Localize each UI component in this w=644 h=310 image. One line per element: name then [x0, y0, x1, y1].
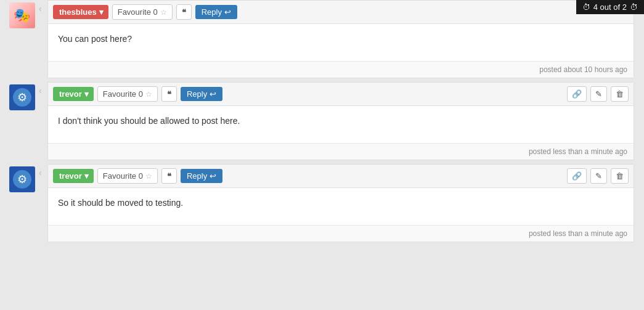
avatar-inner: ⚙ — [13, 170, 31, 189]
star-icon: ☆ — [160, 8, 167, 17]
nav-left[interactable]: ‹ — [39, 82, 47, 96]
post-content: You can post here? — [48, 24, 634, 61]
post-body: trevor ▾ Favourite 0 ☆ ❝ Reply ↩ — [47, 82, 634, 160]
favourite-label: Favourite 0 — [103, 89, 143, 99]
star-icon: ☆ — [145, 90, 152, 99]
reply-label: Reply — [187, 89, 207, 99]
dropdown-arrow-icon: ▾ — [99, 7, 104, 17]
post-avatar: ⚙ — [5, 82, 39, 110]
author-name: trevor — [59, 89, 82, 99]
link-button[interactable]: 🔗 — [567, 168, 587, 184]
avatar: ⚙ — [9, 84, 35, 110]
edit-icon: ✎ — [595, 171, 602, 181]
reply-arrow-icon: ↩ — [210, 89, 216, 99]
nav-left[interactable]: ‹ — [39, 164, 47, 177]
post-row: ⚙ ‹ trevor ▾ Favourite 0 ☆ ❝ — [5, 82, 639, 160]
quote-icon: ❝ — [182, 7, 186, 17]
delete-button[interactable]: 🗑 — [611, 86, 629, 102]
pagination-badge: ⏱ 4 out of 2 ⏱ — [576, 0, 644, 14]
favourite-button[interactable]: Favourite 0 ☆ — [97, 86, 158, 102]
quote-button[interactable]: ❝ — [176, 4, 192, 20]
avatar-inner: ⚙ — [13, 88, 31, 107]
post-footer: posted about 10 hours ago — [48, 61, 634, 78]
post-row: 🎭 ‹ thesblues ▾ Favourite 0 ☆ ❝ — [5, 0, 639, 78]
quote-button[interactable]: ❝ — [161, 86, 177, 102]
author-name: thesblues — [59, 7, 97, 17]
post-body: thesblues ▾ Favourite 0 ☆ ❝ Reply ↩ — [47, 0, 634, 78]
post-body: trevor ▾ Favourite 0 ☆ ❝ Reply ↩ — [47, 164, 634, 242]
reply-arrow-icon: ↩ — [210, 171, 216, 181]
post-text: You can post here? — [58, 34, 132, 44]
nav-left[interactable]: ‹ — [39, 0, 47, 14]
post-timestamp: posted less than a minute ago — [529, 229, 627, 238]
favourite-button[interactable]: Favourite 0 ☆ — [112, 4, 173, 20]
post-row: ⚙ ‹ trevor ▾ Favourite 0 ☆ ❝ — [5, 164, 639, 242]
author-button[interactable]: trevor ▾ — [53, 169, 94, 183]
avatar: ⚙ — [9, 166, 35, 192]
badge-text: 4 out of 2 — [593, 2, 627, 12]
delete-icon: 🗑 — [616, 171, 624, 181]
post-text: So it should be moved to testing. — [58, 198, 183, 208]
dropdown-arrow-icon: ▾ — [84, 171, 89, 181]
post-timestamp: posted about 10 hours ago — [539, 65, 627, 74]
link-icon: 🔗 — [572, 171, 582, 181]
badge-icon-right: ⏱ — [630, 2, 638, 12]
post-toolbar: thesblues ▾ Favourite 0 ☆ ❝ Reply ↩ — [48, 1, 634, 24]
quote-icon: ❝ — [167, 89, 171, 99]
post-footer: posted less than a minute ago — [48, 225, 634, 242]
posts-list: 🎭 ‹ thesblues ▾ Favourite 0 ☆ ❝ — [0, 0, 644, 242]
post-text: I don't think you should be allowed to p… — [58, 116, 240, 126]
post-avatar: ⚙ — [5, 164, 39, 192]
post-timestamp: posted less than a minute ago — [529, 147, 627, 156]
quote-icon: ❝ — [167, 171, 171, 181]
reply-label: Reply — [187, 171, 207, 181]
link-icon: 🔗 — [572, 89, 582, 99]
delete-button[interactable]: 🗑 — [611, 168, 629, 184]
post-footer: posted less than a minute ago — [48, 143, 634, 160]
post-content: I don't think you should be allowed to p… — [48, 106, 634, 143]
page-wrapper: ⏱ 4 out of 2 ⏱ 🎭 ‹ thesblues ▾ — [0, 0, 644, 310]
post-toolbar: trevor ▾ Favourite 0 ☆ ❝ Reply ↩ — [48, 165, 634, 188]
edit-button[interactable]: ✎ — [590, 168, 607, 184]
reply-label: Reply — [202, 7, 222, 17]
reply-button[interactable]: Reply ↩ — [181, 87, 222, 101]
author-button[interactable]: trevor ▾ — [53, 87, 94, 101]
reply-button[interactable]: Reply ↩ — [195, 5, 237, 19]
post-content: So it should be moved to testing. — [48, 188, 634, 225]
favourite-label: Favourite 0 — [118, 7, 158, 17]
favourite-label: Favourite 0 — [103, 171, 143, 181]
post-toolbar: trevor ▾ Favourite 0 ☆ ❝ Reply ↩ — [48, 83, 634, 106]
delete-icon: 🗑 — [616, 89, 624, 99]
avatar: 🎭 — [9, 2, 35, 28]
reply-button[interactable]: Reply ↩ — [181, 169, 222, 183]
quote-button[interactable]: ❝ — [161, 168, 177, 184]
author-name: trevor — [59, 171, 82, 181]
favourite-button[interactable]: Favourite 0 ☆ — [97, 168, 158, 184]
post-avatar: 🎭 — [5, 0, 39, 28]
clock-icon: ⏱ — [582, 2, 590, 12]
edit-button[interactable]: ✎ — [590, 86, 607, 102]
edit-icon: ✎ — [595, 89, 602, 99]
dropdown-arrow-icon: ▾ — [84, 89, 89, 99]
author-button[interactable]: thesblues ▾ — [53, 5, 108, 19]
link-button[interactable]: 🔗 — [567, 86, 587, 102]
reply-arrow-icon: ↩ — [224, 7, 231, 17]
star-icon: ☆ — [145, 172, 152, 181]
